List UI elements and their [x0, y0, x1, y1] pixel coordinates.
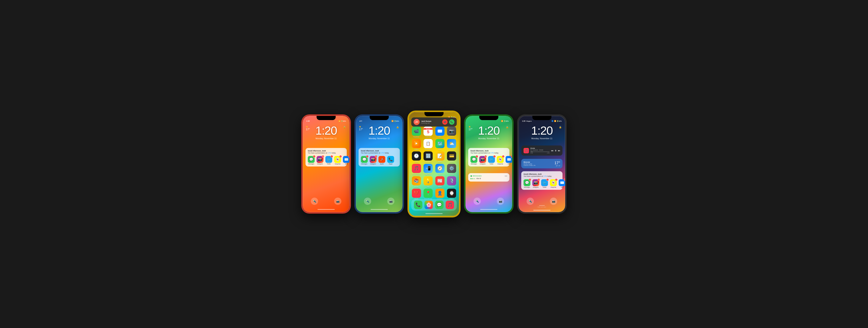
- podcasts-app[interactable]: 🎙️ Podcasts: [446, 176, 457, 188]
- phone-3-notch: [425, 112, 443, 116]
- app-icon-messages-2[interactable]: 💬2 Messages: [361, 156, 368, 165]
- phone-4-flashlight-btn[interactable]: 🔦: [473, 198, 481, 205]
- app-row-3: 🕐 Clock 🔢 Calculator 📝 Notes 💳 Wallet: [410, 152, 458, 163]
- weather-app[interactable]: ⛅ Weather: [446, 139, 457, 150]
- phone-5-weather-notif[interactable]: Moscow Mostly Sunny Chance of Rain: 0% 1…: [521, 159, 562, 168]
- ibooks-app[interactable]: 📚 iBooks: [411, 176, 422, 188]
- app-icon-twitter-5[interactable]: 🐦1 Twitter: [541, 179, 548, 188]
- itunes-app[interactable]: 🎵 iTunes Store: [411, 164, 422, 175]
- videos-app[interactable]: ▶️ Videos: [411, 139, 422, 150]
- twitter-icon-5: 🐦1: [541, 179, 548, 186]
- phone-2-screen: ATT 📶 🔋93% ☀️ 17° 1:20 Monday, November …: [356, 116, 403, 212]
- phone-1-bottom-buttons: 🔦 📷: [303, 198, 349, 205]
- clock-app[interactable]: 🕐 Clock: [411, 152, 422, 163]
- music-prev-btn[interactable]: ⏮: [551, 149, 553, 152]
- health-app[interactable]: ❤️ Health: [411, 189, 422, 200]
- phone-3: 📶 🔋93% JR Jack Roman Incoming call 📵 📞: [407, 110, 461, 218]
- phone-1-date: Monday, November 11: [303, 137, 349, 139]
- app-icon-messages-4[interactable]: 💬2 Messages: [470, 156, 477, 165]
- music-progress-fill: [530, 152, 533, 152]
- app-row-1: 📹 Facetime Monday 5 Calendar ✉️ Mail: [410, 127, 458, 138]
- phone-5-camera-btn[interactable]: 📷: [550, 198, 557, 205]
- phone-1-home-bar: [317, 209, 335, 210]
- music-controls[interactable]: ⏮ ⏸ ⏭: [551, 149, 560, 152]
- podcasts-label: Podcasts: [449, 186, 455, 188]
- contacts-app[interactable]: 👤 Contacts: [435, 189, 445, 200]
- app-icon-messages-5[interactable]: 💬2 Messages: [524, 179, 530, 188]
- notes-app[interactable]: 📝 Notes: [435, 152, 445, 163]
- app-icon-snapchat-4[interactable]: 👻3 Snapchat: [497, 156, 504, 165]
- phone-5-time-display: 1:20 Monday, November 11: [519, 125, 565, 139]
- music-info: Divide Ed Sheeran - Divide 0:06 -2:59: [530, 147, 550, 154]
- wallet-app[interactable]: 💳 Wallet: [446, 152, 457, 163]
- phone-1-screen: 1:20 📶 🔋93% ☀️ 17° 1:20 Monday, November…: [303, 116, 349, 212]
- phone-1-battery: 🔋93%: [341, 120, 346, 122]
- dock-music[interactable]: 🎵: [446, 201, 454, 209]
- camera-app[interactable]: 📷 Camera: [446, 127, 457, 138]
- music-next-btn[interactable]: ⏭: [558, 149, 560, 152]
- phone-2-flashlight-btn[interactable]: 🔦: [364, 198, 371, 205]
- app-icon-instagram-5[interactable]: 📸12 Instagram: [532, 179, 539, 188]
- phone-2-time-display: 1:20 Monday, November 11: [356, 125, 403, 139]
- phone-2-camera-btn[interactable]: 📷: [387, 198, 395, 205]
- app-icon-mail-5[interactable]: ✉️4 Mail: [559, 179, 565, 188]
- call-accept-btn[interactable]: 📞: [449, 119, 455, 125]
- app-icon-mail-4[interactable]: ✉️4 Mail: [505, 156, 512, 165]
- phone-5-time-small: 1:20: [522, 120, 525, 122]
- mail-app[interactable]: ✉️ Mail: [435, 127, 445, 138]
- notes-icon: 📝: [435, 152, 444, 161]
- phone-4-camera-btn[interactable]: 📷: [497, 198, 504, 205]
- dock-photos[interactable]: 🌸: [425, 201, 433, 209]
- phone-1-notif[interactable]: Good Afternoon, Josh You have a presenta…: [306, 148, 347, 166]
- itunes-label: iTunes Store: [412, 173, 421, 175]
- phone-5-notif[interactable]: Good Afternoon, Josh You have a presenta…: [521, 171, 562, 190]
- app-icon-twitter-4[interactable]: 🐦1 Twitter: [488, 156, 495, 165]
- settings-app[interactable]: ⚙️ Settings: [446, 164, 457, 175]
- app-icon-skype-2[interactable]: 📞 Skype: [387, 156, 394, 165]
- phone-1-flashlight-btn[interactable]: 🔦: [311, 198, 318, 205]
- music-progress-bar: [530, 152, 550, 152]
- calculator-app[interactable]: 🔢 Calculator: [423, 152, 433, 163]
- phone-3-incoming-call[interactable]: JR Jack Roman Incoming call 📵 📞: [411, 118, 457, 127]
- app-icon-snapchat-1[interactable]: 👻3 Snapchat: [334, 156, 341, 165]
- facetime-app[interactable]: 📹 Facetime: [411, 127, 422, 138]
- safari-app[interactable]: 🧭 Safari: [435, 164, 445, 175]
- twitter-icon-1: 🐦1: [326, 156, 332, 163]
- reminders-app[interactable]: 📋 Reminders: [423, 139, 433, 150]
- phone-1-lock-icon: 🔒: [343, 126, 346, 129]
- app-icon-messages-1[interactable]: 💬2 Messages: [308, 156, 315, 165]
- tips-app[interactable]: 💡 Tips: [423, 176, 433, 188]
- news-app[interactable]: 📰 News: [435, 176, 445, 188]
- appstore-app[interactable]: 📲 App Store: [423, 164, 433, 175]
- phone-2-notif[interactable]: Good Afternoon, Josh You have a presenta…: [359, 148, 400, 166]
- phone-1-time-small: 1:20: [306, 120, 310, 122]
- settings-label: Settings: [449, 173, 454, 175]
- app-icon-instagram-4[interactable]: 📸12 Instagram: [479, 156, 486, 165]
- maps-app[interactable]: 🗺️ Maps: [435, 139, 445, 150]
- music-pause-btn[interactable]: ⏸: [555, 149, 557, 152]
- app-icon-apollo-2[interactable]: 🚀 Apollo: [378, 156, 385, 165]
- phone-4-notif[interactable]: Good Afternoon, Josh You have a presenta…: [468, 148, 509, 166]
- watch-app[interactable]: ⌚ Watch: [446, 189, 457, 200]
- findphone-app[interactable]: 📍 Find iPhone: [423, 189, 433, 200]
- call-decline-btn[interactable]: 📵: [442, 119, 447, 125]
- phone-4: 1:20 📶 🔋93% ☀️ 17° 1:20 Monday, November…: [464, 114, 514, 214]
- app-icon-instagram-1[interactable]: 📸12 Instagram: [317, 156, 323, 165]
- phone-1-camera-btn[interactable]: 📷: [334, 198, 341, 205]
- app-icon-snapchat-5[interactable]: 👻3 Snapchat: [550, 179, 557, 188]
- app-icon-mail-1[interactable]: ✉️4 Mail: [343, 156, 349, 165]
- phone-5-flashlight-btn[interactable]: 🔦: [527, 198, 534, 205]
- safari-icon: 🧭: [435, 164, 444, 173]
- dock-messages[interactable]: 💬: [435, 201, 443, 209]
- app-icon-instagram-2[interactable]: 📸12 Instagram: [370, 156, 376, 165]
- phone-4-date: Monday, November 11: [465, 137, 512, 139]
- calendar-app[interactable]: Monday 5 Calendar: [423, 127, 433, 138]
- dock-phone[interactable]: 📞: [414, 201, 422, 209]
- phone-5-music-notif[interactable]: 🎵 Divide Ed Sheeran - Divide 0:06 -2:59: [521, 145, 562, 156]
- phone-5-notch: [532, 116, 551, 120]
- phone-5-status-right: 🔵 📶 🔋93%: [551, 120, 562, 122]
- app-row-5: 📚 iBooks 💡 Tips 📰 News 🎙️ Podcasts: [410, 176, 458, 188]
- app-icon-twitter-1[interactable]: 🐦1 Twitter: [326, 156, 332, 165]
- skype-icon-2: 📞: [387, 156, 394, 163]
- phone-4-msgs-notif[interactable]: MESSAGES now Alex B: [468, 173, 509, 182]
